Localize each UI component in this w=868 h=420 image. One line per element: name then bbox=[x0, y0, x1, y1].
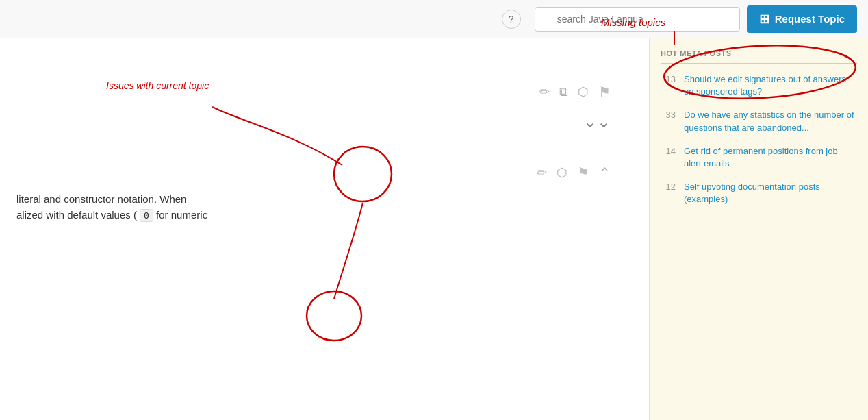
external-icon-2[interactable]: ⬡ bbox=[557, 165, 567, 180]
bottom-text: literal and constructor notation. When a… bbox=[11, 192, 638, 223]
meta-post-item-0: 13 Should we edit signatures out of answ… bbox=[661, 73, 857, 98]
inline-code-zero: 0 bbox=[140, 209, 153, 222]
meta-post-count-3: 12 bbox=[661, 181, 676, 192]
request-topic-button[interactable]: ⊞ Request Topic bbox=[747, 5, 857, 33]
left-panel: Issues with current topic ✏ ⧉ ⬡ ⚑ ⌄⌄ ✏ ⬡… bbox=[0, 38, 649, 420]
meta-post-count-1: 33 bbox=[661, 109, 676, 120]
main-content: Issues with current topic ✏ ⧉ ⬡ ⚑ ⌄⌄ ✏ ⬡… bbox=[0, 38, 868, 420]
meta-post-link-0[interactable]: Should we edit signatures out of answers… bbox=[684, 73, 857, 98]
flag-icon-2[interactable]: ⚑ bbox=[577, 164, 589, 181]
meta-post-count-0: 13 bbox=[661, 73, 676, 84]
issues-text: Issues with current topic bbox=[106, 80, 209, 91]
search-input[interactable] bbox=[535, 7, 740, 32]
flag-icon-1[interactable]: ⚑ bbox=[598, 84, 611, 100]
search-container: 🔍 bbox=[535, 7, 740, 32]
chevron-down[interactable]: ⌄⌄ bbox=[11, 114, 638, 130]
right-panel: HOT META POSTS 13 Should we edit signatu… bbox=[649, 38, 868, 420]
meta-post-item-1: 33 Do we have any statistics on the numb… bbox=[661, 109, 857, 134]
chevron-up-icon[interactable]: ⌃ bbox=[599, 164, 611, 181]
meta-post-count-2: 14 bbox=[661, 145, 676, 156]
meta-post-item-3: 12 Self upvoting documentation posts (ex… bbox=[661, 181, 857, 206]
bottom-text-line1: literal and constructor notation. When bbox=[16, 192, 638, 208]
action-icons-row-2: ✏ ⬡ ⚑ ⌃ bbox=[11, 164, 638, 181]
meta-post-link-2[interactable]: Get rid of permanent positions from job … bbox=[684, 145, 857, 170]
copy-icon-1[interactable]: ⧉ bbox=[559, 85, 568, 99]
chevron-icon: ⌄⌄ bbox=[583, 114, 611, 130]
bottom-text-post: for numeric bbox=[156, 209, 207, 221]
meta-post-link-1[interactable]: Do we have any statistics on the number … bbox=[684, 109, 857, 134]
issues-annotation: Issues with current topic bbox=[106, 79, 209, 92]
bottom-text-line2: alized with default values ( 0 for numer… bbox=[16, 208, 638, 223]
svg-point-1 bbox=[307, 291, 361, 341]
header: ? 🔍 ⊞ Request Topic Missing topics bbox=[0, 0, 868, 38]
bottom-text-pre: alized with default values ( bbox=[16, 209, 137, 221]
meta-post-item-2: 14 Get rid of permanent positions from j… bbox=[661, 145, 857, 170]
edit-icon-1[interactable]: ✏ bbox=[539, 84, 550, 99]
help-icon[interactable]: ? bbox=[502, 10, 521, 29]
hot-meta-title: HOT META POSTS bbox=[661, 49, 857, 64]
request-topic-icon: ⊞ bbox=[759, 12, 769, 27]
header-right: ? 🔍 ⊞ Request Topic bbox=[502, 5, 857, 33]
edit-icon-2[interactable]: ✏ bbox=[537, 165, 547, 180]
external-icon-1[interactable]: ⬡ bbox=[578, 84, 589, 99]
request-topic-label: Request Topic bbox=[775, 13, 845, 25]
action-icons-row-1: ✏ ⧉ ⬡ ⚑ bbox=[11, 84, 638, 100]
meta-post-link-3[interactable]: Self upvoting documentation posts (examp… bbox=[684, 181, 857, 206]
